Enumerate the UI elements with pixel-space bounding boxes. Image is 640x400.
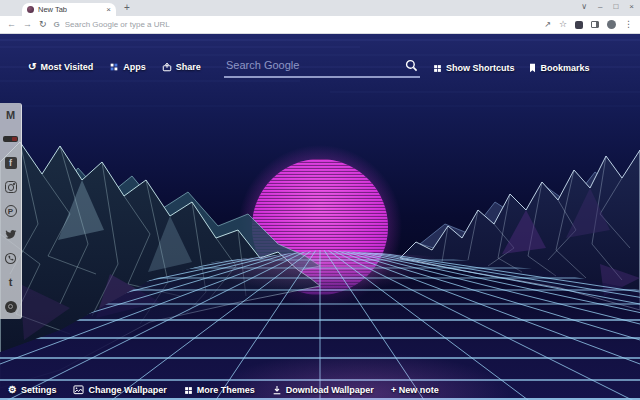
newtab-toolbar: ↺ Most Visited Apps Share [0, 34, 640, 86]
new-tab-page: ↺ Most Visited Apps Share [0, 34, 640, 400]
tab-close-icon[interactable]: × [106, 6, 111, 14]
profile-avatar[interactable] [607, 20, 616, 29]
address-bar-actions: ↗ ☆ ⋮ [544, 20, 633, 29]
forward-icon[interactable]: → [23, 20, 32, 29]
browser-tab[interactable]: New Tab × [22, 3, 116, 16]
apps-grid-icon [109, 62, 119, 72]
window-controls: ∨ – □ × [581, 0, 634, 14]
whatsapp-icon[interactable] [3, 251, 18, 266]
address-bar: ← → ↻ G ↗ ☆ ⋮ [0, 16, 640, 34]
most-visited-button[interactable]: ↺ Most Visited [28, 62, 93, 72]
tab-strip: New Tab × + ∨ – □ × [0, 0, 640, 16]
window-close-button[interactable]: × [629, 3, 634, 11]
google-search-box[interactable] [224, 54, 420, 78]
menu-dots-icon[interactable]: ⋮ [624, 20, 633, 29]
toolbar-right-group: Show Shortcuts Bookmarks [433, 63, 590, 73]
new-note-label: + New note [391, 385, 439, 395]
extension-icon[interactable] [575, 21, 583, 29]
download-wallpaper-button[interactable]: Download Wallpaper [272, 385, 374, 395]
bottom-action-bar: ⚙ Settings Change Wallpaper More Themes [8, 385, 439, 395]
apps-button[interactable]: Apps [109, 62, 146, 72]
google-g-icon: G [54, 20, 60, 29]
vaporwave-wallpaper [0, 34, 640, 400]
youtube-icon[interactable] [3, 132, 18, 147]
window-minimize-button[interactable]: – [598, 3, 602, 11]
share-label: Share [176, 62, 201, 72]
social-sidebar: M f P t [0, 103, 22, 319]
bookmark-icon [528, 63, 537, 73]
download-icon [272, 385, 282, 395]
apps-label: Apps [123, 62, 146, 72]
reload-icon[interactable]: ↻ [39, 20, 47, 29]
show-shortcuts-button[interactable]: Show Shortcuts [433, 63, 515, 73]
camera-icon[interactable] [3, 299, 18, 314]
instagram-icon[interactable] [3, 180, 18, 195]
browser-window: New Tab × + ∨ – □ × ← → ↻ G ↗ ☆ ⋮ [0, 0, 640, 400]
settings-button[interactable]: ⚙ Settings [8, 385, 56, 395]
new-tab-button[interactable]: + [124, 2, 130, 13]
tab-favicon-icon [27, 6, 34, 13]
twitter-icon[interactable] [3, 227, 18, 242]
image-icon [73, 385, 84, 395]
tab-title: New Tab [38, 5, 103, 14]
more-themes-button[interactable]: More Themes [184, 385, 255, 395]
more-themes-label: More Themes [197, 385, 255, 395]
change-wallpaper-label: Change Wallpaper [88, 385, 166, 395]
facebook-icon[interactable]: f [3, 156, 18, 171]
gmail-icon[interactable]: M [3, 108, 18, 123]
window-caret-icon[interactable]: ∨ [581, 3, 587, 11]
toolbar-left-group: ↺ Most Visited Apps Share [28, 62, 201, 72]
back-icon[interactable]: ← [7, 20, 16, 29]
side-panel-icon[interactable] [591, 21, 599, 28]
history-icon: ↺ [28, 62, 36, 72]
gear-icon: ⚙ [8, 385, 17, 395]
download-wallpaper-label: Download Wallpaper [286, 385, 374, 395]
share-page-icon[interactable]: ↗ [544, 20, 551, 29]
window-maximize-button[interactable]: □ [613, 3, 618, 11]
search-input[interactable] [224, 59, 405, 71]
url-input[interactable] [65, 20, 537, 29]
omnibox[interactable]: G [54, 19, 538, 31]
bookmarks-button[interactable]: Bookmarks [528, 63, 590, 73]
themes-grid-icon [184, 386, 193, 395]
most-visited-label: Most Visited [40, 62, 93, 72]
bookmarks-label: Bookmarks [541, 63, 590, 73]
share-icon [162, 62, 172, 72]
show-shortcuts-label: Show Shortcuts [446, 63, 515, 73]
pinterest-icon[interactable]: P [3, 204, 18, 219]
bookmark-star-icon[interactable]: ☆ [559, 20, 567, 29]
share-button[interactable]: Share [162, 62, 201, 72]
change-wallpaper-button[interactable]: Change Wallpaper [73, 385, 166, 395]
settings-label: Settings [21, 385, 57, 395]
search-icon[interactable] [405, 59, 418, 72]
new-note-button[interactable]: + New note [391, 385, 439, 395]
tumblr-icon[interactable]: t [3, 275, 18, 290]
shortcuts-grid-icon [433, 64, 442, 73]
